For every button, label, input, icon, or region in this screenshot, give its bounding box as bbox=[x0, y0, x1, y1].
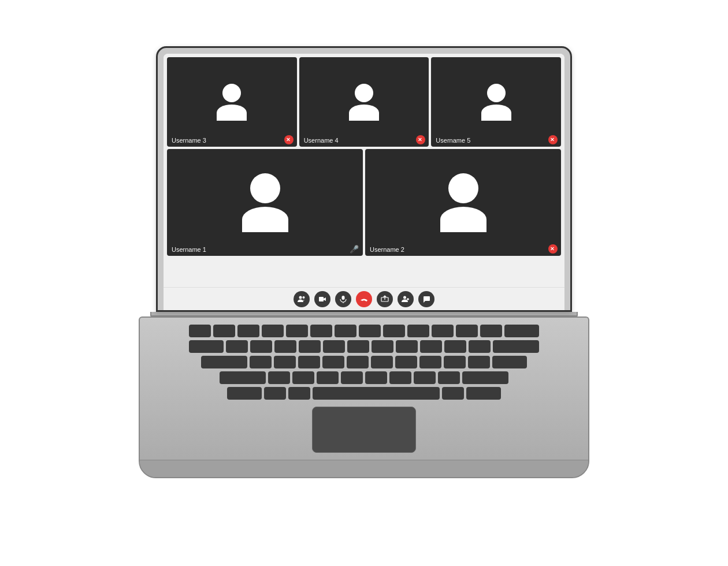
avatar-body-p2 bbox=[440, 207, 486, 232]
laptop-hinge bbox=[150, 312, 578, 316]
laptop-base-chin bbox=[140, 460, 588, 477]
key bbox=[469, 340, 491, 353]
mic-muted-icon-p5: ✕ bbox=[548, 135, 556, 144]
svg-point-1 bbox=[303, 296, 305, 299]
video-grid: Username 3 ✕ Usernam bbox=[164, 54, 564, 287]
key bbox=[310, 325, 332, 337]
key bbox=[347, 356, 369, 368]
key-row-2 bbox=[168, 340, 560, 353]
avatar-p1 bbox=[242, 173, 288, 232]
key bbox=[323, 340, 345, 353]
key bbox=[407, 325, 429, 337]
key-alt2 bbox=[442, 387, 464, 400]
key bbox=[432, 325, 454, 337]
svg-point-0 bbox=[299, 296, 302, 299]
username-p4: Username 4 bbox=[304, 137, 339, 144]
avatar-p3 bbox=[217, 84, 247, 121]
key-rshift bbox=[462, 371, 508, 384]
key-space bbox=[313, 387, 440, 400]
mic-status-p2: ✕ bbox=[548, 245, 556, 253]
key bbox=[468, 356, 490, 368]
key bbox=[456, 325, 478, 337]
key-lshift bbox=[220, 371, 266, 384]
keyboard-area bbox=[168, 325, 560, 400]
key bbox=[286, 325, 308, 337]
key bbox=[480, 325, 502, 337]
video-tile-p3: Username 3 ✕ bbox=[167, 57, 297, 147]
laptop-screen-inner: Username 3 ✕ Usernam bbox=[164, 54, 564, 310]
end-call-button[interactable] bbox=[356, 291, 372, 307]
key bbox=[274, 340, 296, 353]
video-tile-p5: Username 5 ✕ bbox=[431, 57, 561, 147]
avatar-p5 bbox=[481, 84, 511, 121]
key-row-5 bbox=[168, 387, 560, 400]
key-fn bbox=[227, 387, 262, 400]
key bbox=[420, 340, 442, 353]
key bbox=[292, 371, 314, 384]
key-ctrl2 bbox=[466, 387, 501, 400]
key-enter bbox=[493, 340, 539, 353]
mic-status-p5: ✕ bbox=[548, 136, 556, 144]
microphone-button[interactable] bbox=[335, 291, 351, 307]
key bbox=[299, 340, 321, 353]
video-button[interactable] bbox=[314, 291, 330, 307]
svg-point-6 bbox=[403, 296, 406, 299]
key bbox=[250, 356, 272, 368]
key-alt bbox=[288, 387, 310, 400]
laptop-base bbox=[139, 316, 589, 478]
participants-button[interactable] bbox=[294, 291, 310, 307]
key-tab bbox=[189, 340, 224, 353]
avatar-head-p1 bbox=[250, 173, 280, 203]
avatar-head-p4 bbox=[355, 84, 373, 102]
key bbox=[268, 371, 290, 384]
key bbox=[444, 356, 466, 368]
video-tile-p4: Username 4 ✕ bbox=[299, 57, 429, 147]
key bbox=[365, 371, 387, 384]
key bbox=[335, 325, 356, 337]
laptop-frame: Username 3 ✕ Usernam bbox=[139, 46, 589, 520]
mic-muted-icon-p2: ✕ bbox=[548, 244, 556, 254]
key-caps bbox=[201, 356, 247, 368]
avatar-p2 bbox=[440, 173, 486, 232]
key bbox=[341, 371, 363, 384]
video-tile-p2: Username 2 ✕ bbox=[365, 149, 561, 256]
chat-button[interactable] bbox=[418, 291, 434, 307]
key bbox=[389, 371, 411, 384]
key bbox=[298, 356, 320, 368]
avatar-head-p5 bbox=[487, 84, 506, 102]
key bbox=[274, 356, 296, 368]
key bbox=[347, 340, 369, 353]
key bbox=[419, 356, 441, 368]
avatar-head-p2 bbox=[448, 173, 478, 203]
mic-status-p3: ✕ bbox=[284, 136, 292, 144]
key bbox=[396, 340, 418, 353]
key-backspace bbox=[504, 325, 539, 337]
username-p1: Username 1 bbox=[172, 246, 206, 253]
share-screen-button[interactable] bbox=[377, 291, 393, 307]
username-p5: Username 5 bbox=[436, 137, 470, 144]
key bbox=[237, 325, 259, 337]
key bbox=[438, 371, 460, 384]
mic-muted-icon-p3: ✕ bbox=[284, 135, 292, 144]
video-row-top: Username 3 ✕ Usernam bbox=[167, 57, 561, 147]
key bbox=[322, 356, 344, 368]
key bbox=[250, 340, 272, 353]
mic-muted-icon-p4: ✕ bbox=[416, 135, 424, 144]
username-p2: Username 2 bbox=[370, 246, 404, 253]
key bbox=[414, 371, 436, 384]
avatar-body-p4 bbox=[349, 105, 379, 121]
key bbox=[317, 371, 339, 384]
key bbox=[383, 325, 405, 337]
key-row-4 bbox=[168, 371, 560, 384]
key-row-3 bbox=[168, 356, 560, 368]
key-ctrl bbox=[264, 387, 286, 400]
key bbox=[226, 340, 248, 353]
avatar-body-p1 bbox=[242, 207, 288, 232]
key bbox=[262, 325, 284, 337]
key-enter2 bbox=[492, 356, 527, 368]
video-row-bottom: Username 1 🎤 Username 2 bbox=[167, 149, 561, 287]
add-user-button[interactable] bbox=[398, 291, 414, 307]
avatar-body-p3 bbox=[217, 105, 247, 121]
mic-status-p1: 🎤 bbox=[350, 245, 358, 253]
svg-rect-2 bbox=[319, 297, 324, 301]
